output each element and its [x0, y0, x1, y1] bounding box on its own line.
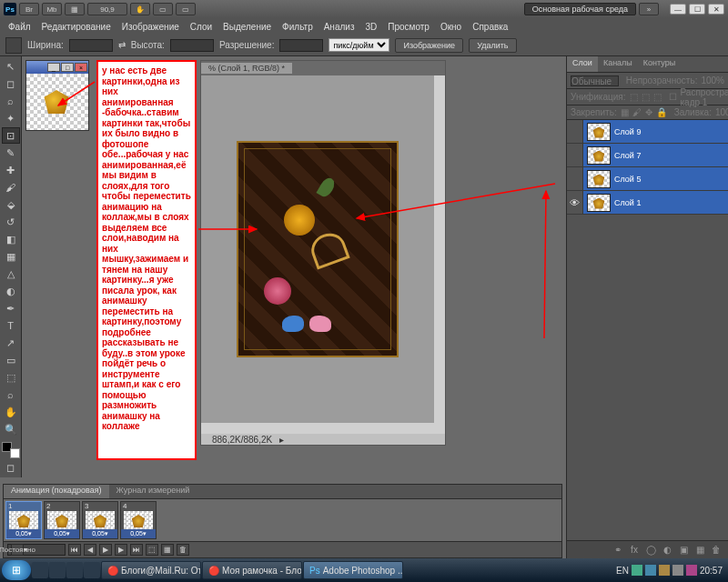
eraser-tool-icon[interactable]: ◧ — [2, 231, 20, 247]
close-button[interactable]: ✕ — [708, 4, 724, 15]
menu-help[interactable]: Справка — [468, 21, 512, 33]
visibility-icon[interactable] — [567, 167, 583, 190]
unify-icon[interactable]: ⬚ — [653, 92, 662, 102]
task-button[interactable]: PsAdobe Photoshop ... — [303, 561, 403, 579]
front-image-button[interactable]: Изображение — [395, 38, 463, 53]
tray-icon[interactable] — [645, 565, 656, 576]
stamp-tool-icon[interactable]: ⬙ — [2, 196, 20, 213]
layer-name[interactable]: Слой 1 — [614, 198, 641, 207]
3d-cam-icon[interactable]: ⌕ — [2, 386, 20, 403]
layer-row[interactable]: Слой 5 — [567, 167, 728, 191]
app-icon[interactable]: Ps — [4, 3, 16, 15]
tab-paths[interactable]: Контуры — [638, 56, 681, 72]
type-tool-icon[interactable]: T — [2, 317, 20, 334]
menu-file[interactable]: Файл — [4, 21, 35, 33]
heal-tool-icon[interactable]: ✚ — [2, 162, 20, 178]
zoom-tool-icon[interactable]: 🔍 — [2, 421, 20, 437]
quicklaunch-icon[interactable] — [32, 562, 48, 578]
tab-measure[interactable]: Журнал измерений — [109, 485, 197, 498]
frame-delay[interactable]: 0,05▾ — [45, 529, 79, 538]
frame-delay[interactable]: 0,05▾ — [121, 529, 156, 538]
loop-select[interactable]: Постоянно ▾ — [7, 544, 66, 556]
anim-frame[interactable]: 30,05▾ — [82, 501, 118, 539]
quicklaunch-icon[interactable] — [49, 562, 66, 578]
dodge-tool-icon[interactable]: ◐ — [2, 283, 20, 299]
crop-tool-icon[interactable]: ⊡ — [2, 127, 20, 144]
tray-icon[interactable] — [686, 565, 697, 576]
3d-tool-icon[interactable]: ⬚ — [2, 369, 20, 386]
width-input[interactable] — [69, 39, 113, 52]
anim-frame[interactable]: 40,05▾ — [120, 501, 157, 539]
start-button[interactable]: ⊞ — [2, 560, 31, 580]
canvas[interactable] — [201, 75, 434, 423]
tab-layers[interactable]: Слои — [567, 56, 598, 72]
tray-icon[interactable] — [659, 565, 670, 576]
play-icon[interactable]: ▶ — [99, 544, 112, 556]
next-frame-icon[interactable]: ▶ — [115, 544, 127, 556]
trash-icon[interactable]: 🗑 — [710, 544, 723, 557]
unify-icon[interactable]: ⬚ — [642, 92, 650, 102]
min-icon[interactable]: _ — [47, 63, 60, 72]
opacity-value[interactable]: 100% — [701, 75, 724, 85]
menu-view[interactable]: Просмотр — [383, 21, 434, 33]
status-arrow-icon[interactable]: ▸ — [279, 435, 284, 445]
units-select[interactable]: пикс/дюйм — [329, 38, 389, 52]
tray-icon[interactable] — [672, 565, 683, 576]
clock[interactable]: 20:57 — [700, 566, 723, 576]
quickmask-icon[interactable]: ◻ — [2, 459, 20, 476]
visibility-icon[interactable]: 👁 — [567, 191, 583, 214]
menu-filter[interactable]: Фильтр — [278, 21, 318, 33]
arrange-icon[interactable]: ▭ — [153, 3, 173, 15]
layer-name[interactable]: Слой 7 — [614, 151, 641, 160]
task-button[interactable]: 🔴Блоги@Mail.Ru: От... — [101, 561, 201, 579]
layer-name[interactable]: Слой 9 — [614, 127, 641, 136]
hand-tool-icon[interactable]: ✋ — [2, 404, 20, 420]
butterfly-window[interactable]: _ □ × — [25, 60, 89, 131]
pen-tool-icon[interactable]: ✒ — [2, 300, 20, 316]
layer-name[interactable]: Слой 5 — [614, 175, 641, 184]
path-tool-icon[interactable]: ↗ — [2, 335, 20, 351]
max-button[interactable]: ☐ — [689, 4, 705, 15]
unify-icon[interactable]: ⬚ — [630, 92, 638, 102]
eyedropper-tool-icon[interactable]: ✎ — [2, 145, 20, 161]
doc-tab[interactable]: % (Слой 1, RGB/8) * — [201, 63, 292, 74]
menu-layer[interactable]: Слои — [186, 21, 217, 33]
lang-indicator[interactable]: EN — [616, 566, 629, 576]
window-titlebar[interactable]: _ □ × — [26, 61, 88, 74]
tray-icon[interactable] — [632, 565, 642, 576]
lock-paint-icon[interactable]: 🖌 — [632, 107, 642, 117]
hand-icon[interactable]: ✋ — [130, 3, 150, 15]
color-swatches[interactable] — [2, 442, 20, 458]
menu-select[interactable]: Выделение — [218, 21, 276, 33]
move-tool-icon[interactable]: ↖ — [2, 58, 20, 75]
quicklaunch-icon[interactable] — [66, 562, 83, 578]
menu-image[interactable]: Изображение — [117, 21, 184, 33]
resolution-input[interactable] — [279, 39, 323, 52]
mb-icon[interactable]: Mb — [42, 3, 62, 15]
layer-row[interactable]: Слой 7 — [567, 144, 728, 167]
scrollbar-v[interactable] — [434, 75, 445, 423]
tab-animation[interactable]: Анимация (покадровая) — [4, 485, 109, 498]
layer-thumb[interactable] — [587, 146, 611, 165]
link-icon[interactable]: ⚭ — [612, 544, 624, 557]
frame-delay[interactable]: 0,05▾ — [6, 529, 41, 538]
screen-mode-icon[interactable]: ▭ — [176, 3, 196, 15]
clear-button[interactable]: Удалить — [469, 38, 516, 53]
anim-frame[interactable]: 10,05▾ — [5, 501, 42, 539]
mask-icon[interactable]: ◯ — [644, 544, 657, 557]
layer-row[interactable]: 👁Слой 1 — [567, 191, 728, 215]
br-icon[interactable]: Br — [19, 3, 39, 15]
anim-frame[interactable]: 20,05▾ — [44, 501, 80, 539]
crop-tool-icon[interactable] — [5, 37, 22, 54]
adj-icon[interactable]: ◐ — [661, 544, 673, 557]
menu-3d[interactable]: 3D — [360, 21, 381, 33]
task-button[interactable]: 🔴Моя рамочка - Бло... — [202, 561, 302, 579]
group-icon[interactable]: ▣ — [677, 544, 690, 557]
swap-icon[interactable]: ⇄ — [118, 40, 126, 50]
zoom-level[interactable]: 90,9 — [87, 3, 127, 15]
layer-row[interactable]: Слой 9 — [567, 120, 728, 144]
tab-channels[interactable]: Каналы — [598, 56, 638, 72]
max-icon[interactable]: □ — [61, 63, 74, 72]
butterfly-canvas[interactable] — [26, 74, 88, 130]
lock-all-icon[interactable]: 🔒 — [656, 107, 667, 117]
